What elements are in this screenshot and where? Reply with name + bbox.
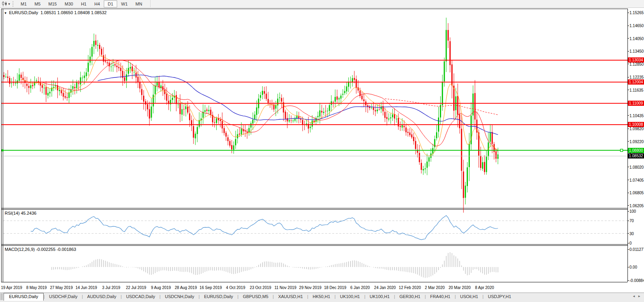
date-axis-label: 6 Jan 2020: [350, 285, 370, 290]
rsi-axis-tick: 0: [629, 241, 632, 245]
collapse-triangle-icon[interactable]: ▼: [4, 11, 7, 15]
support-line-right-handle[interactable]: [620, 149, 623, 151]
date-axis-label: 14 Jun 2019: [75, 285, 97, 290]
date-axis-label: 19 Apr 2019: [1, 285, 22, 290]
chevron-down-icon[interactable]: ▾: [8, 2, 10, 6]
date-axis-label: 18 Dec 2019: [324, 285, 346, 290]
chart-title: ▼EURUSD,Daily 1.08531 1.08650 1.08408 1.…: [4, 10, 107, 15]
toolbar-grip[interactable]: [13, 1, 15, 7]
ma-slow-line: [98, 75, 498, 135]
date-axis-label: 8 May 2019: [26, 285, 47, 290]
chart-tab-eurusd-daily[interactable]: EURUSD,Daily: [200, 293, 237, 300]
macd-axis-tick: 0.00: [629, 265, 637, 269]
rsi-axis-tick: 30: [629, 231, 634, 236]
rsi-axis-tick: 100: [629, 209, 636, 214]
date-axis-label: 4 Oct 2019: [226, 285, 245, 290]
price-axis-tick: 1.10435: [629, 113, 644, 118]
date-axis-label: 22 Jul 2019: [126, 285, 146, 290]
timeframe-button-m5[interactable]: M5: [31, 0, 44, 7]
chart-tab-gbpusd-m5[interactable]: GBPUSD,M5: [239, 293, 273, 300]
price-axis-tick: 1.14650: [629, 24, 644, 28]
date-axis-label: 27 May 2019: [50, 285, 73, 290]
resistance-price-label: 1.10008: [628, 122, 644, 127]
chart-tab-usoil-h1[interactable]: USOil,H1: [456, 293, 482, 300]
timeframe-toolbar: ▾ M1M5M15M30H1H4D1W1MN: [0, 0, 644, 8]
support-price-label: 1.08800: [628, 148, 644, 153]
scroll-right-icon[interactable]: ►: [638, 295, 641, 298]
price-axis-tick: 1.12235: [629, 75, 644, 79]
chart-tab-fra40-h1[interactable]: FRA40,H1: [426, 293, 454, 300]
chart-tabs-group: EURUSD,Daily|USDCHF,Daily|AUDUSD,Daily|U…: [4, 293, 631, 301]
chart-frame: [1, 9, 627, 282]
date-axis-label: 28 Aug 2019: [175, 285, 197, 290]
chart-tab-eurusd-daily[interactable]: EURUSD,Daily: [4, 293, 44, 301]
rsi-axis-tick: 70: [629, 219, 634, 223]
tab-bar-grip[interactable]: [1, 293, 2, 300]
date-axis-label: 8 Apr 2020: [475, 285, 494, 290]
resistance-price-label: 1.13034: [628, 57, 644, 63]
chart-tab-audusd-daily[interactable]: AUDUSD,Daily: [83, 293, 121, 300]
price-axis-tick: 1.11635: [629, 88, 643, 92]
timeframe-button-m15[interactable]: M15: [44, 0, 61, 7]
chart-title-symbol: EURUSD,Daily: [9, 10, 38, 15]
chart-tab-usdcad-daily[interactable]: USDCAD,Daily: [122, 293, 160, 300]
price-axis-tick: 1.06205: [629, 203, 644, 208]
date-axis-label: 12 Feb 2020: [399, 285, 421, 290]
price-axis-tick: 1.13450: [629, 49, 644, 53]
price-axis-tick: 1.07405: [629, 178, 644, 182]
timeframe-button-h1[interactable]: H1: [77, 0, 90, 7]
price-axis-tick: 1.06805: [629, 191, 644, 195]
timeframe-button-w1[interactable]: W1: [117, 0, 132, 7]
chart-tab-usdjpy-h1[interactable]: USDJPY,H1: [484, 293, 515, 300]
scroll-left-icon[interactable]: ◄: [632, 295, 635, 298]
ma-mid-line: [40, 60, 498, 151]
timeframe-button-d1[interactable]: D1: [104, 0, 117, 7]
price-axis-tick: 1.15265: [629, 11, 644, 15]
chart-tab-bar: EURUSD,Daily|USDCHF,Daily|AUDUSD,Daily|U…: [0, 293, 644, 302]
trading-app-window: ▾ M1M5M15M30H1H4D1W1MN ▼EURUSD,Daily 1.0…: [0, 0, 644, 302]
chart-tab-ger30-h1[interactable]: GER30,H1: [395, 293, 425, 300]
chart-tab-uk100-h1[interactable]: UK100,H1: [365, 293, 394, 300]
tab-scroll-arrows: ◄ ►: [631, 293, 644, 298]
date-axis-label: 23 Oct 2019: [250, 285, 271, 290]
axis-tick-marks: [627, 13, 629, 280]
date-axis-label: 2 Mar 2020: [425, 285, 445, 290]
date-axis-label: 16 Sep 2019: [200, 285, 222, 290]
date-axis-label: 29 Nov 2019: [299, 285, 322, 290]
price-axis-tick: 1.09220: [629, 139, 644, 144]
macd-axis-tick: -0.008845: [629, 278, 644, 283]
support-line-left-handle[interactable]: [2, 149, 4, 151]
price-axis-tick: 1.14050: [629, 36, 644, 41]
chart-tab-uk100-h1[interactable]: UK100,H1: [336, 293, 364, 300]
chart-window: ▼EURUSD,Daily 1.08531 1.08650 1.08408 1.…: [0, 8, 644, 293]
candles-group: [4, 18, 499, 213]
date-axis-label: 9 Aug 2019: [151, 285, 171, 290]
chart-tab-xauusd-h1[interactable]: XAUUSD,H1: [274, 293, 307, 300]
price-axis-tick: 1.08020: [629, 165, 644, 169]
timeframe-button-h4[interactable]: H4: [90, 0, 104, 7]
date-axis-label: 11 Nov 2019: [274, 285, 296, 290]
timeframe-button-m1[interactable]: M1: [17, 0, 31, 7]
date-axis-label: 20 Mar 2020: [449, 285, 471, 290]
chart-title-ohlc: 1.08531 1.08650 1.08408 1.08532: [40, 10, 107, 15]
chart-tab-usdchf-daily[interactable]: USDCHF,Daily: [45, 293, 82, 300]
rsi-line: [31, 215, 498, 240]
chart-tab-hk50-h1[interactable]: HK50,H1: [308, 293, 335, 300]
macd-indicator-label: MACD(12,26,9) -0.002255 -0.001863: [5, 247, 76, 252]
macd-axis-tick: 0.011277: [629, 247, 644, 252]
resistance-price-label: 1.11009: [628, 101, 644, 106]
rsi-indicator-label: RSI(14) 45.2436: [5, 211, 37, 215]
timeframe-button-m30[interactable]: M30: [61, 0, 77, 7]
date-axis-label: 24 Jan 2020: [374, 285, 396, 290]
date-axis-label: 3 Jul 2019: [102, 285, 120, 290]
timeframe-button-mn[interactable]: MN: [132, 0, 146, 7]
chart-tab-usdcnh-daily[interactable]: USDCNH,Daily: [160, 293, 199, 300]
candlestick-chart-icon[interactable]: [1, 1, 8, 7]
chart-canvas[interactable]: [0, 8, 644, 293]
macd-histogram-group: [52, 252, 498, 278]
ma-fast-line: [21, 56, 498, 156]
current-price-price-label: 1.08532: [628, 153, 644, 158]
timeframe-buttons-group: M1M5M15M30H1H4D1W1MN: [17, 0, 151, 8]
resistance-price-label: 1.12004: [628, 79, 644, 85]
